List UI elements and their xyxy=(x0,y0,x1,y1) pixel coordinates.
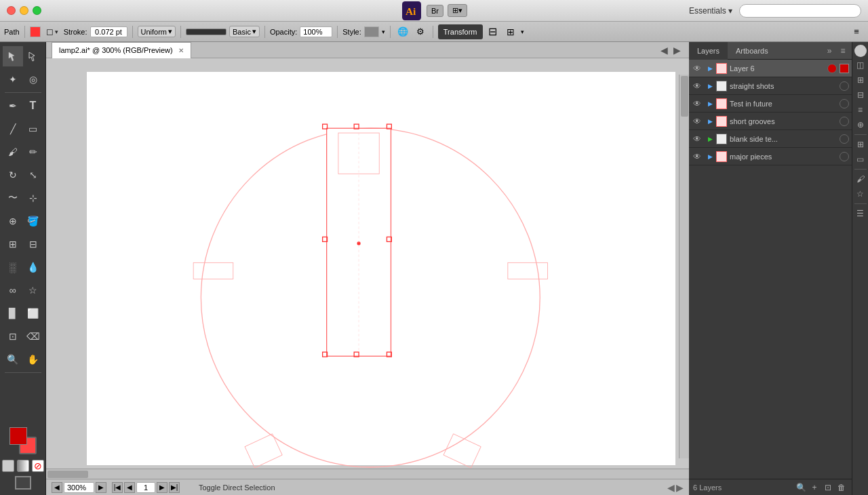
tab-scroll-left[interactable]: ◀ xyxy=(658,45,671,56)
warp-tool[interactable]: 〜 xyxy=(3,188,23,208)
list-item[interactable]: 👁 ▶ short grooves xyxy=(689,113,852,130)
none-mode-icon[interactable]: ⊘ xyxy=(32,460,44,472)
layer-indicator[interactable] xyxy=(840,134,849,144)
stroke-value[interactable]: 0.072 pt xyxy=(90,26,127,37)
list-item[interactable]: 👁 ▶ Test in future xyxy=(689,95,852,113)
search-layers-button[interactable]: 🔍 xyxy=(795,481,807,494)
arrange-icon[interactable]: ⊞ xyxy=(503,24,518,39)
eraser-tool[interactable]: ⌫ xyxy=(23,326,43,346)
delete-layer-button[interactable]: 🗑 xyxy=(835,481,848,494)
layer-visibility-toggle[interactable]: 👁 xyxy=(689,64,705,73)
layer-visibility-toggle[interactable]: 👁 xyxy=(689,81,705,91)
graphic-styles-icon[interactable]: ⊞ xyxy=(854,73,867,87)
status-arrow-left[interactable]: ◀ xyxy=(667,482,675,493)
symbol-tool[interactable]: ☆ xyxy=(23,280,43,300)
layer-indicator[interactable] xyxy=(840,152,849,161)
stroke-type-dropdown[interactable]: Uniform ▾ xyxy=(138,26,176,37)
artboards-tab[interactable]: Artboards xyxy=(728,42,776,60)
eyedropper-tool[interactable]: 💧 xyxy=(23,257,43,277)
free-transform-tool[interactable]: ⊹ xyxy=(23,188,43,208)
tab-close-button[interactable]: ✕ xyxy=(178,47,184,54)
stroke-style-dropdown[interactable]: Basic ▾ xyxy=(229,26,260,37)
gradient-tool[interactable]: ░ xyxy=(3,257,23,277)
close-button[interactable] xyxy=(7,6,16,15)
document-tab[interactable]: lamp2.ai* @ 300% (RGB/Preview) ✕ xyxy=(52,42,191,58)
layer-expand-toggle[interactable]: ▶ xyxy=(705,83,715,90)
pencil-tool[interactable]: ✏ xyxy=(23,142,43,162)
normal-mode-icon[interactable] xyxy=(2,460,14,472)
scale-tool[interactable]: ⤡ xyxy=(23,165,43,185)
layers-menu-expand[interactable]: » xyxy=(823,45,835,57)
prev-page-button[interactable]: ◀ xyxy=(124,482,135,493)
next-page-button[interactable]: ▶ xyxy=(157,482,167,493)
gradient-mode-icon[interactable] xyxy=(17,460,29,472)
layer-visibility-toggle[interactable]: 👁 xyxy=(689,117,705,126)
zoom-in-button[interactable]: ▶ xyxy=(96,482,106,493)
layer-expand-toggle[interactable]: ▶ xyxy=(705,118,715,125)
first-page-button[interactable]: |◀ xyxy=(112,482,123,493)
layer-indicator[interactable] xyxy=(840,99,849,108)
add-layer-button[interactable]: + xyxy=(808,481,821,494)
layer-indicator[interactable] xyxy=(840,81,849,91)
tab-scroll-right[interactable]: ▶ xyxy=(671,45,684,56)
shape-builder-tool[interactable]: ⊕ xyxy=(3,211,23,231)
column-graph-tool[interactable]: ▉ xyxy=(3,303,23,323)
layer-visibility-toggle[interactable]: 👁 xyxy=(689,152,705,161)
layer-indicator[interactable] xyxy=(840,117,849,126)
appearance-panel-icon[interactable]: ◫ xyxy=(854,58,867,72)
list-item[interactable]: 👁 ▶ major pieces xyxy=(689,148,852,165)
perspective-grid-tool[interactable]: ⊞ xyxy=(3,234,23,254)
pen-tool[interactable]: ✒ xyxy=(3,96,23,116)
layer-expand-toggle[interactable]: ▶ xyxy=(705,65,715,72)
transform-button[interactable]: Transform xyxy=(438,24,483,39)
hand-tool[interactable]: ✋ xyxy=(23,349,43,370)
lasso-tool[interactable]: ◎ xyxy=(23,69,43,90)
align-icon[interactable]: ⊟ xyxy=(486,24,500,39)
stroke-mode-toggle[interactable]: ◻ ▾ xyxy=(43,24,61,39)
layer-visibility-toggle[interactable]: 👁 xyxy=(689,99,705,108)
symbols-icon[interactable]: ☆ xyxy=(854,187,867,201)
move-to-layer-button[interactable]: ⊡ xyxy=(822,481,834,494)
style-swatch[interactable] xyxy=(364,26,379,37)
mesh-tool[interactable]: ⊟ xyxy=(23,234,43,254)
slice-tool[interactable]: ⊡ xyxy=(3,326,23,346)
magic-wand-tool[interactable]: ✦ xyxy=(3,69,23,90)
rect-tool[interactable]: ▭ xyxy=(23,119,43,139)
zoom-out-button[interactable]: ◀ xyxy=(52,482,62,493)
arrange-dropdown-arrow[interactable]: ▾ xyxy=(521,28,524,35)
globe-icon[interactable]: 🌐 xyxy=(395,24,410,39)
artboard-tool[interactable]: ⬜ xyxy=(23,303,43,323)
essentials-menu[interactable]: Essentials ▾ xyxy=(689,6,732,16)
paintbrush-tool[interactable]: 🖌 xyxy=(3,142,23,162)
list-item[interactable]: 👁 ▶ straight shots xyxy=(689,77,852,95)
page-input[interactable]: 1 xyxy=(136,482,155,493)
bridge-button[interactable]: Br xyxy=(427,5,443,17)
transform-panel-icon[interactable]: ⊟ xyxy=(854,88,867,102)
selection-tool[interactable] xyxy=(3,46,23,66)
layers-tab[interactable]: Layers xyxy=(689,42,728,60)
properties-icon[interactable]: ☰ xyxy=(854,207,867,220)
stroke-color-swatch[interactable] xyxy=(30,26,41,37)
fill-color[interactable] xyxy=(9,427,27,445)
live-paint-tool[interactable]: 🪣 xyxy=(23,211,43,231)
style-dropdown-arrow[interactable]: ▾ xyxy=(382,28,385,35)
type-tool[interactable]: T xyxy=(23,96,43,116)
color-panel-icon[interactable] xyxy=(854,45,867,57)
artboards-icon[interactable]: ▭ xyxy=(854,153,867,166)
blend-tool[interactable]: ∞ xyxy=(3,280,23,300)
line-tool[interactable]: ╱ xyxy=(3,119,23,139)
vertical-scrollbar[interactable] xyxy=(679,75,689,458)
status-arrow-right[interactable]: ▶ xyxy=(676,482,684,493)
list-item[interactable]: 👁 ▶ Layer 6 xyxy=(689,60,852,77)
list-item[interactable]: 👁 ▶ blank side te... xyxy=(689,130,852,148)
minimize-button[interactable] xyxy=(20,6,28,15)
rotate-tool[interactable]: ↻ xyxy=(3,165,23,185)
maximize-button[interactable] xyxy=(33,6,41,15)
direct-selection-tool[interactable] xyxy=(23,46,43,66)
brush-icon[interactable]: 🖌 xyxy=(854,172,867,186)
zoom-input[interactable]: 300% xyxy=(64,482,94,493)
panel-toggle-icon[interactable]: ≡ xyxy=(849,24,864,39)
layer-expand-toggle[interactable]: ▶ xyxy=(705,100,715,107)
view-mode-button[interactable]: ⊞▾ xyxy=(448,4,467,17)
horizontal-scrollbar[interactable] xyxy=(46,469,689,479)
